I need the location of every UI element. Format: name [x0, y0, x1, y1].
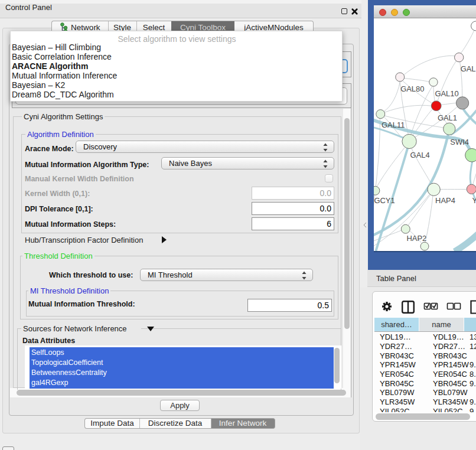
- svg-text:GAL1: GAL1: [438, 113, 457, 122]
- svg-text:GAL4: GAL4: [410, 151, 430, 159]
- svg-text:GAL11: GAL11: [382, 120, 405, 129]
- svg-text:SWI4: SWI4: [450, 138, 469, 146]
- svg-text:HAP4: HAP4: [435, 196, 455, 205]
- svg-text:GAL: GAL: [461, 64, 476, 73]
- svg-text:GAL80: GAL80: [400, 84, 424, 93]
- svg-text:HAP2: HAP2: [406, 234, 426, 243]
- svg-text:Y: Y: [472, 196, 476, 205]
- svg-text:GCY1: GCY1: [374, 196, 395, 205]
- svg-text:GAL10: GAL10: [435, 89, 458, 98]
